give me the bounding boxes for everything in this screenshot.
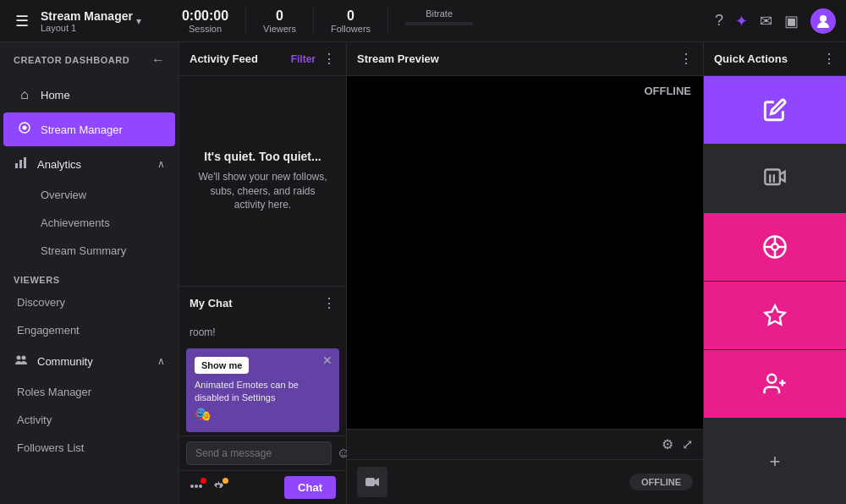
activity-filter-button[interactable]: Filter xyxy=(291,53,316,65)
svg-marker-13 xyxy=(375,478,379,486)
stat-followers: 0 Followers xyxy=(314,8,388,34)
followers-label: Followers xyxy=(331,24,371,34)
tools-badge xyxy=(201,478,206,484)
offline-badge-button[interactable]: OFFLINE xyxy=(629,474,693,490)
chat-tools-button[interactable] xyxy=(190,479,203,496)
activity-empty-state: It's quiet. Too quiet... We'll show your… xyxy=(179,76,346,286)
svg-point-18 xyxy=(772,244,778,250)
layout-subtitle: Layout 1 xyxy=(41,23,133,33)
community-group-left: Community xyxy=(14,353,93,370)
sidebar-sub-achievements[interactable]: Achievements xyxy=(3,210,175,236)
activity-feed-header: Activity Feed Filter ⋮ xyxy=(179,42,346,76)
community-icon xyxy=(14,353,29,370)
chat-input-area: ☺ xyxy=(179,436,346,470)
chat-menu-button[interactable]: ⋮ xyxy=(322,295,336,311)
inbox-icon[interactable]: ▣ xyxy=(784,12,799,30)
activity-feed-panel: Activity Feed Filter ⋮ It's quiet. Too q… xyxy=(179,42,347,504)
menu-button[interactable]: ☰ xyxy=(10,8,34,34)
sidebar-header-title: CREATOR DASHBOARD xyxy=(14,55,129,65)
sidebar-sub-stream-summary[interactable]: Stream Summary xyxy=(3,238,175,264)
community-label: Community xyxy=(37,355,93,368)
community-chevron-icon: ∧ xyxy=(157,355,165,367)
quick-action-add-user-button[interactable] xyxy=(704,350,846,418)
svg-rect-14 xyxy=(765,170,780,185)
sidebar-item-stream-manager[interactable]: Stream Manager xyxy=(3,112,175,146)
sidebar-item-discovery[interactable]: Discovery xyxy=(3,289,175,315)
content-area: Activity Feed Filter ⋮ It's quiet. Too q… xyxy=(179,42,846,504)
chat-settings-button[interactable] xyxy=(212,479,225,496)
chat-bottom-icons xyxy=(190,479,225,496)
sidebar-sub-overview[interactable]: Overview xyxy=(3,182,175,208)
notification-close-button[interactable]: ✕ xyxy=(322,353,332,367)
sidebar-item-stream-manager-label: Stream Manager xyxy=(41,123,123,136)
session-label: Session xyxy=(189,24,222,34)
bitrate-stat: Bitrate xyxy=(388,8,490,34)
svg-point-9 xyxy=(195,485,198,488)
svg-point-2 xyxy=(23,126,27,130)
stream-cam-button[interactable] xyxy=(357,467,387,497)
activity-feed-menu-button[interactable]: ⋮ xyxy=(322,51,336,67)
chat-notification: Show me Animated Emotes can be disabled … xyxy=(186,348,339,432)
stream-preview-panel: Stream Preview ⋮ OFFLINE ⚙ ⤢ OFFLINE xyxy=(347,42,704,504)
topbar-chevron-icon[interactable]: ▾ xyxy=(136,15,141,27)
stream-preview-header: Stream Preview ⋮ xyxy=(347,42,703,76)
analytics-group-left: Analytics xyxy=(14,156,81,173)
svg-rect-5 xyxy=(24,157,26,168)
sidebar-header: CREATOR DASHBOARD ← xyxy=(0,42,179,78)
svg-point-6 xyxy=(17,356,21,360)
sidebar-item-home[interactable]: ⌂ Home xyxy=(3,79,175,111)
sidebar-sub-activity[interactable]: Activity xyxy=(3,407,175,433)
quick-action-add-button[interactable]: + xyxy=(704,419,846,504)
sidebar: CREATOR DASHBOARD ← ⌂ Home Stream Manage… xyxy=(0,42,179,504)
quick-actions-menu-button[interactable]: ⋮ xyxy=(822,51,836,67)
stream-manager-icon xyxy=(17,121,32,138)
sidebar-back-button[interactable]: ← xyxy=(151,52,165,68)
app-title: Stream Manager xyxy=(41,9,133,23)
notification-text: Animated Emotes can be disabled in Setti… xyxy=(195,380,299,403)
notifications-icon[interactable]: ✉ xyxy=(760,12,772,30)
avatar[interactable] xyxy=(810,8,836,34)
sidebar-sub-followers-list[interactable]: Followers List xyxy=(3,435,175,461)
sidebar-item-engagement[interactable]: Engagement xyxy=(3,317,175,343)
followers-value: 0 xyxy=(347,8,354,24)
help-icon[interactable]: ? xyxy=(715,12,723,30)
chat-message-input[interactable] xyxy=(186,441,332,465)
quick-actions-header: Quick Actions ⋮ xyxy=(704,42,846,76)
show-me-button[interactable]: Show me xyxy=(195,357,249,374)
offline-text: OFFLINE xyxy=(644,85,691,97)
viewers-section-label: VIEWERS xyxy=(0,265,179,288)
analytics-label: Analytics xyxy=(37,158,81,171)
sidebar-group-analytics[interactable]: Analytics ∧ xyxy=(0,147,179,181)
svg-point-8 xyxy=(190,485,194,488)
stream-preview-menu-button[interactable]: ⋮ xyxy=(679,51,693,67)
viewers-value: 0 xyxy=(276,8,283,24)
analytics-icon xyxy=(14,156,29,173)
stream-preview-controls: ⚙ ⤢ xyxy=(347,429,703,459)
quick-action-star-button[interactable] xyxy=(704,282,846,349)
main-layout: CREATOR DASHBOARD ← ⌂ Home Stream Manage… xyxy=(0,42,846,504)
svg-rect-12 xyxy=(365,478,375,486)
quick-action-video-button[interactable] xyxy=(704,145,846,212)
activity-empty-desc: We'll show your new follows, subs, cheer… xyxy=(196,170,329,212)
topbar: ☰ Stream Manager Layout 1 ▾ 0:00:00 Sess… xyxy=(0,0,846,42)
home-icon: ⌂ xyxy=(17,87,32,102)
stat-viewers: 0 Viewers xyxy=(246,8,314,34)
sidebar-sub-roles-manager[interactable]: Roles Manager xyxy=(3,379,175,405)
bitrate-bar xyxy=(405,22,473,25)
stream-bottom-bar: OFFLINE xyxy=(347,459,703,504)
chat-room-text: room! xyxy=(179,320,346,345)
activity-feed-actions: Filter ⋮ xyxy=(291,51,336,67)
stream-expand-button[interactable]: ⤢ xyxy=(682,436,693,452)
analytics-chevron-icon: ∧ xyxy=(157,158,165,170)
quick-action-edit-button[interactable] xyxy=(704,76,846,144)
chat-button[interactable]: Chat xyxy=(284,476,336,499)
quick-action-steering-button[interactable] xyxy=(704,213,846,281)
topbar-title-area: Stream Manager Layout 1 ▾ xyxy=(41,9,141,33)
svg-point-10 xyxy=(199,485,202,488)
sidebar-item-home-label: Home xyxy=(41,89,70,101)
stream-settings-button[interactable]: ⚙ xyxy=(662,436,673,452)
stream-preview-title: Stream Preview xyxy=(357,52,439,65)
sidebar-group-community[interactable]: Community ∧ xyxy=(0,344,179,378)
hype-icon[interactable]: ✦ xyxy=(735,12,748,30)
svg-point-24 xyxy=(767,375,776,383)
